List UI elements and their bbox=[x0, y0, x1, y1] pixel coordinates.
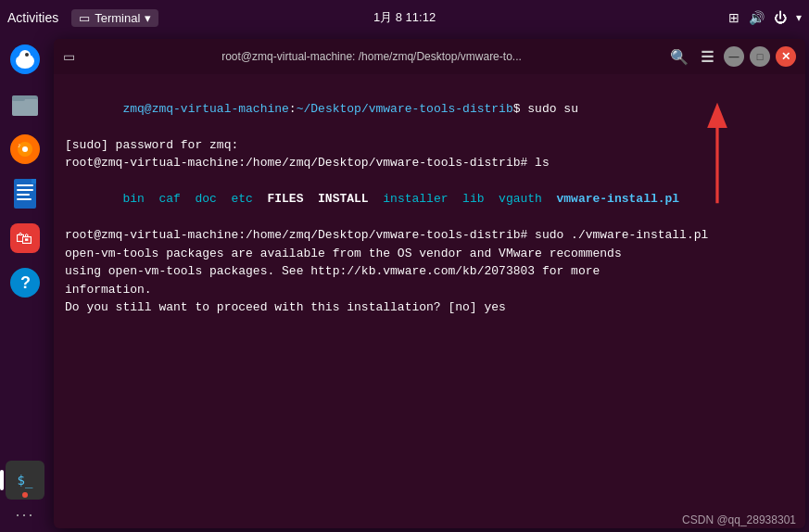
svg-rect-5 bbox=[12, 99, 38, 116]
dock-item-help[interactable]: ? bbox=[6, 265, 44, 304]
terminal-taskbar-label: Terminal bbox=[95, 11, 140, 25]
prompt-user-1: zmq@zmq-virtual-machine bbox=[122, 102, 288, 116]
dock-item-writer[interactable] bbox=[6, 176, 44, 215]
terminal-titlebar: ▭ root@zmq-virtual-machine: /home/zmq/De… bbox=[54, 39, 805, 74]
terminal-window: ▭ root@zmq-virtual-machine: /home/zmq/De… bbox=[54, 39, 805, 528]
search-button[interactable]: 🔍 bbox=[668, 45, 690, 68]
svg-rect-16 bbox=[32, 179, 36, 184]
maximize-button[interactable]: □ bbox=[750, 46, 770, 67]
topbar-center: 1月 8 11:12 bbox=[373, 9, 436, 26]
terminal-line-3: root@zmq-virtual-machine:/home/zmq/Deskt… bbox=[65, 154, 794, 172]
power-icon[interactable]: ⏻ bbox=[774, 10, 787, 25]
terminal-taskbar-icon: ▭ bbox=[79, 11, 90, 25]
dock-item-rhythmbox[interactable]: ♪ bbox=[6, 132, 44, 171]
svg-text:?: ? bbox=[20, 273, 31, 292]
terminal-title-text: root@zmq-virtual-machine: /home/zmq/Desk… bbox=[82, 50, 661, 63]
terminal-active-dot bbox=[22, 492, 28, 498]
topbar: Activities ▭ Terminal ▾ 1月 8 11:12 ⊞ 🔊 ⏻… bbox=[0, 0, 809, 35]
terminal-line-5: root@zmq-virtual-machine:/home/zmq/Deskt… bbox=[65, 226, 794, 245]
terminal-line-2: [sudo] password for zmq: bbox=[65, 136, 794, 155]
svg-rect-13 bbox=[17, 189, 33, 191]
terminal-taskbar-chevron: ▾ bbox=[145, 11, 151, 25]
terminal-line-9: Do you still want to proceed with this i… bbox=[65, 298, 794, 317]
terminal-line-4: bin caf doc etc FILES INSTALL installer … bbox=[65, 172, 794, 227]
activities-label[interactable]: Activities bbox=[7, 10, 58, 25]
main-area: ♪ 🛍 bbox=[0, 35, 809, 532]
thunderbird-icon bbox=[8, 43, 42, 82]
dock-more-apps[interactable]: ··· bbox=[15, 505, 34, 525]
minimize-button[interactable]: — bbox=[724, 46, 744, 67]
rhythmbox-icon: ♪ bbox=[8, 133, 42, 170]
files-icon bbox=[8, 88, 42, 125]
dock-item-terminal[interactable]: $_ bbox=[6, 461, 44, 500]
svg-rect-6 bbox=[12, 95, 25, 101]
network-icon[interactable]: ⊞ bbox=[728, 10, 739, 25]
svg-rect-15 bbox=[17, 198, 32, 200]
terminal-taskbar-button[interactable]: ▭ Terminal ▾ bbox=[71, 9, 158, 27]
titlebar-buttons: 🔍 ☰ — □ ✕ bbox=[668, 45, 796, 68]
svg-text:🛍: 🛍 bbox=[16, 229, 32, 247]
svg-point-3 bbox=[25, 53, 29, 57]
topbar-right: ⊞ 🔊 ⏻ ▾ bbox=[728, 10, 802, 25]
volume-icon[interactable]: 🔊 bbox=[749, 10, 765, 25]
terminal-content[interactable]: zmq@zmq-virtual-machine:~/Desktop/vmware… bbox=[54, 74, 805, 528]
terminal-line-7: using open-vm-tools packages. See http:/… bbox=[65, 262, 794, 281]
svg-text:♪: ♪ bbox=[18, 142, 21, 148]
dock-item-appstore[interactable]: 🛍 bbox=[6, 221, 44, 260]
watermark: CSDN @qq_28938301 bbox=[682, 513, 796, 526]
terminal-line-6: open-vm-tools packages are available fro… bbox=[65, 245, 794, 263]
help-icon: ? bbox=[8, 266, 42, 303]
svg-point-9 bbox=[22, 146, 28, 152]
terminal-dock-icon: $_ bbox=[6, 461, 44, 500]
menu-button[interactable]: ☰ bbox=[696, 45, 718, 68]
system-menu-chevron[interactable]: ▾ bbox=[796, 11, 802, 24]
terminal-line-1: zmq@zmq-virtual-machine:~/Desktop/vmware… bbox=[65, 82, 794, 136]
datetime-label: 1月 8 11:12 bbox=[373, 9, 436, 26]
terminal-line-8: information. bbox=[65, 281, 794, 299]
topbar-left: Activities ▭ Terminal ▾ bbox=[7, 9, 158, 27]
svg-rect-14 bbox=[17, 194, 30, 196]
dock-item-files[interactable] bbox=[6, 87, 44, 126]
writer-icon bbox=[8, 177, 42, 214]
dock-item-thunderbird[interactable] bbox=[6, 43, 44, 82]
appstore-icon: 🛍 bbox=[8, 222, 42, 259]
svg-point-2 bbox=[19, 50, 31, 61]
terminal-title-icon: ▭ bbox=[63, 49, 75, 64]
svg-rect-12 bbox=[17, 184, 33, 186]
close-button[interactable]: ✕ bbox=[776, 46, 796, 67]
dock: ♪ 🛍 bbox=[0, 35, 50, 532]
